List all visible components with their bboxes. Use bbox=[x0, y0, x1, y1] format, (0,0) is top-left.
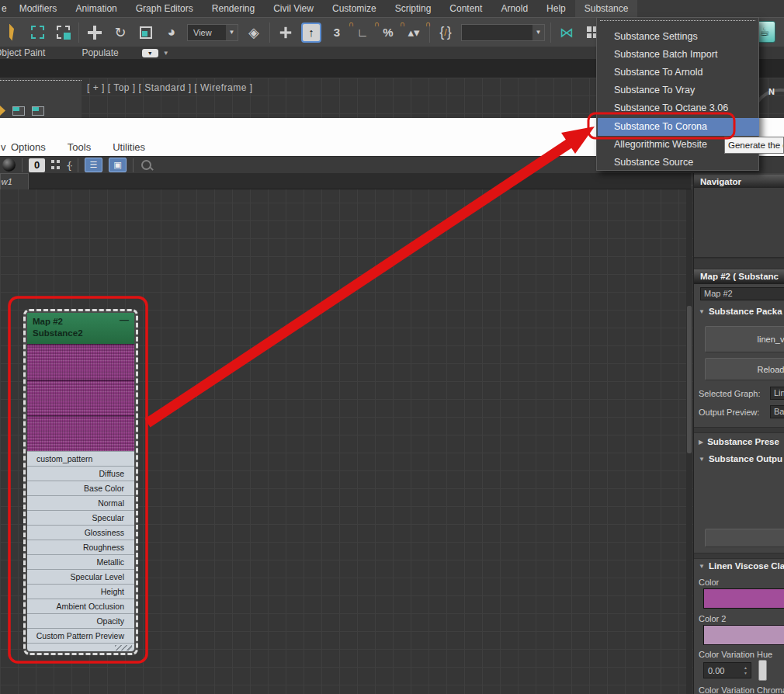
menu-item-scripting[interactable]: Scripting bbox=[386, 0, 441, 17]
snaps-toggle-icon[interactable]: 3∩ bbox=[327, 23, 347, 43]
menu-item-partial[interactable]: e bbox=[0, 0, 10, 17]
sme-menu-view-partial[interactable]: v bbox=[0, 141, 11, 153]
spinner-snap-icon[interactable]: ▴▾∩ bbox=[404, 23, 424, 43]
menu-item-civil-view[interactable]: Civil View bbox=[264, 0, 323, 17]
spinner-arrows-icon[interactable]: ▲▼ bbox=[741, 666, 751, 675]
node-minimize-icon[interactable]: — bbox=[120, 314, 129, 325]
sme-menu-options[interactable]: Options bbox=[11, 141, 46, 153]
material-sphere-icon[interactable] bbox=[2, 158, 16, 172]
toolbar-separator bbox=[78, 23, 79, 43]
rollout-linen-viscose[interactable]: ▼ Linen Viscose Cla bbox=[699, 561, 784, 571]
sme-window-icon[interactable] bbox=[12, 106, 25, 116]
menu-item-substance[interactable]: Substance bbox=[575, 0, 638, 17]
triangle-down-icon: ▼ bbox=[699, 563, 705, 570]
node-texture-preview[interactable] bbox=[27, 344, 134, 451]
menu-item-modifiers[interactable]: Modifiers bbox=[10, 0, 67, 17]
up-arrow-toggle-button[interactable]: ↑ bbox=[301, 23, 321, 43]
rollout-substance-outputs[interactable]: ▼ Substance Outpu bbox=[699, 454, 782, 463]
node-output-specular-level: Specular Level bbox=[27, 569, 134, 584]
menu-item-rendering[interactable]: Rendering bbox=[203, 0, 264, 17]
menu-item-graph-editors[interactable]: Graph Editors bbox=[127, 0, 203, 17]
node-footer bbox=[27, 643, 134, 651]
select-place-icon[interactable]: ◕ bbox=[161, 23, 182, 43]
tab-view1[interactable]: View1 bbox=[0, 173, 29, 189]
zoom-region-icon[interactable] bbox=[140, 158, 154, 172]
menu-item-substance-to-corona[interactable]: Substance To Corona bbox=[598, 118, 759, 136]
node-input-custom-pattern: custom_pattern bbox=[27, 451, 134, 466]
parameters-title[interactable]: Map #2 ( Substanc bbox=[694, 269, 784, 284]
viewport-label[interactable]: [ + ] [ Top ] [ Standard ] [ Wireframe ] bbox=[87, 82, 253, 93]
show-background-button[interactable]: ▣ bbox=[109, 158, 127, 172]
triangle-right-icon: ▶ bbox=[699, 439, 703, 446]
select-move-icon[interactable] bbox=[85, 23, 105, 43]
sme-menu-utilities[interactable]: Utilities bbox=[113, 141, 145, 153]
select-scale-icon[interactable] bbox=[136, 23, 156, 43]
triangle-down-icon: ▼ bbox=[699, 308, 705, 315]
substance-node[interactable]: Map #2 Substance2 — custom_pattern Diffu… bbox=[23, 309, 138, 655]
node-header[interactable]: Map #2 Substance2 — bbox=[27, 313, 134, 344]
sme-right-panel: Navigator Map #2 ( Substanc Map #2 ▼ Sub… bbox=[693, 173, 784, 694]
ribbon-tab-object-paint[interactable]: Object Paint bbox=[0, 47, 45, 58]
partial-toolbar-icon[interactable] bbox=[2, 23, 22, 43]
node-layout-icon[interactable]: ·{· bbox=[66, 159, 71, 171]
select-manipulate-icon[interactable] bbox=[276, 23, 296, 43]
menu-item-substance-source[interactable]: Substance Source bbox=[598, 154, 759, 172]
selected-graph-field[interactable]: Lin bbox=[770, 387, 784, 400]
select-rotate-icon[interactable]: ↻ bbox=[110, 23, 130, 43]
ribbon-tab-populate[interactable]: Populate bbox=[82, 47, 118, 58]
navigator-body[interactable] bbox=[694, 188, 784, 258]
menu-item-substance-settings[interactable]: Substance Settings bbox=[598, 28, 759, 46]
zero-button[interactable]: 0 bbox=[29, 158, 45, 172]
mirror-icon[interactable]: ⋈ bbox=[557, 23, 577, 43]
select-object-icon[interactable] bbox=[53, 23, 73, 43]
menu-item-help[interactable]: Help bbox=[537, 0, 575, 17]
sme-window-top bbox=[0, 80, 82, 118]
sme-window-icon-2[interactable] bbox=[32, 106, 44, 116]
color2-label: Color 2 bbox=[699, 614, 726, 623]
percent-snap-icon[interactable]: %∩ bbox=[378, 23, 398, 43]
color-swatch[interactable] bbox=[703, 588, 784, 609]
menu-item-substance-to-octane[interactable]: Substance To Octane 3.06 bbox=[598, 99, 759, 117]
node-subtitle: Substance2 bbox=[33, 328, 129, 339]
maxscript-icon[interactable]: {/} bbox=[435, 23, 456, 43]
output-preview-field[interactable]: Ba bbox=[770, 405, 784, 418]
scrollbar-thumb[interactable] bbox=[687, 306, 692, 453]
color-label: Color bbox=[699, 578, 719, 587]
rollout-substance-presets[interactable]: ▶ Substance Prese bbox=[699, 437, 779, 446]
partial-yellow-icon bbox=[0, 106, 5, 116]
node-output-base-color: Base Color bbox=[27, 481, 134, 495]
node-view-scrollbar[interactable] bbox=[686, 189, 692, 694]
use-pivot-center-icon[interactable]: ◈ bbox=[244, 23, 264, 43]
menu-tearoff-dots[interactable] bbox=[600, 20, 755, 21]
chevron-down-icon[interactable]: ▼ bbox=[163, 50, 169, 57]
material-name-field[interactable]: Map #2 bbox=[700, 287, 784, 300]
named-selection-dropdown[interactable]: ▼ bbox=[461, 24, 545, 41]
show-shaded-material-button[interactable]: ☰ bbox=[85, 158, 102, 172]
reference-coordinate-dropdown[interactable]: View ▼ bbox=[187, 24, 238, 41]
hue-spinner[interactable]: 0.00 ▲▼ bbox=[703, 662, 751, 678]
menu-item-substance-to-arnold[interactable]: Substance To Arnold bbox=[598, 64, 759, 82]
resize-handle-icon[interactable] bbox=[115, 645, 132, 651]
node-output-glossiness: Glossiness bbox=[27, 525, 134, 540]
outputs-empty-button[interactable] bbox=[705, 529, 784, 547]
toolbar-separator bbox=[133, 158, 134, 172]
menu-item-arnold[interactable]: Arnold bbox=[491, 0, 537, 17]
color2-swatch[interactable] bbox=[703, 625, 784, 645]
node-output-specular: Specular bbox=[27, 510, 134, 525]
sme-menu-tools[interactable]: Tools bbox=[68, 141, 91, 153]
angle-snap-icon[interactable]: ∟∩ bbox=[352, 23, 373, 43]
menu-item-content[interactable]: Content bbox=[440, 0, 491, 17]
menu-item-customize[interactable]: Customize bbox=[323, 0, 386, 17]
dots-icon[interactable] bbox=[51, 160, 60, 170]
menu-item-substance-batch-import[interactable]: Substance Batch Import bbox=[598, 46, 759, 64]
package-file-button[interactable]: linen_v bbox=[705, 326, 784, 352]
menu-item-animation[interactable]: Animation bbox=[66, 0, 126, 17]
hue-slider-handle[interactable] bbox=[758, 660, 767, 681]
reload-button[interactable]: Reload bbox=[705, 358, 784, 380]
select-region-icon[interactable] bbox=[27, 23, 47, 43]
rollout-substance-package[interactable]: ▼ Substance Packa bbox=[699, 307, 782, 316]
tooltip: Generate the d bbox=[724, 137, 784, 154]
chevron-down-icon: ▼ bbox=[226, 25, 238, 40]
menu-item-substance-to-vray[interactable]: Substance To Vray bbox=[598, 82, 759, 99]
ribbon-flyout-icon[interactable]: ▼ bbox=[142, 49, 158, 57]
